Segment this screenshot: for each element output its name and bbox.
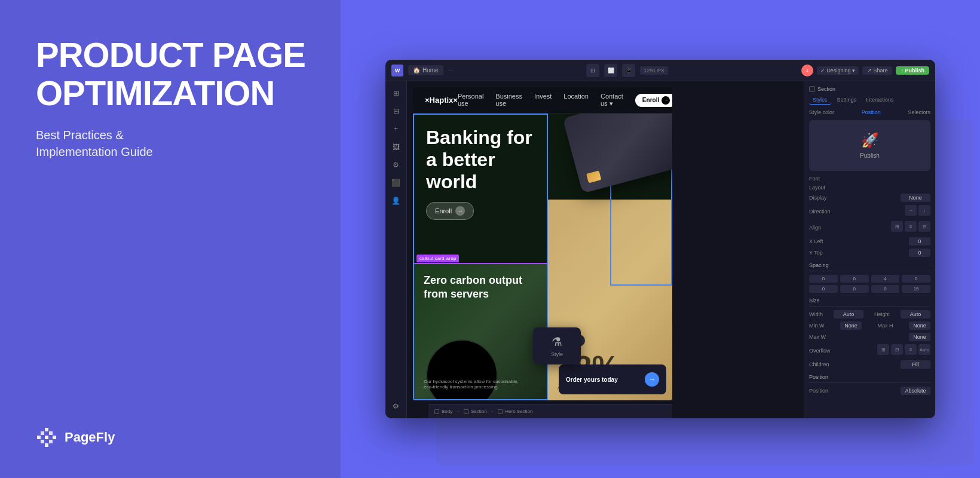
tab-interactions[interactable]: Interactions: [862, 96, 898, 105]
components-icon[interactable]: ⊟: [389, 104, 403, 118]
publish-large-icon: 🚀: [814, 132, 926, 149]
share-button[interactable]: ↗ Share: [862, 66, 893, 75]
user-icon[interactable]: 👤: [389, 194, 403, 208]
nav-invest[interactable]: Invest: [534, 93, 552, 108]
width-row: Width Height: [809, 310, 930, 318]
site-hero: hero-content-wrap Banking for a better w…: [413, 114, 672, 400]
breadcrumb-hero-section[interactable]: Hero Section: [498, 409, 532, 414]
max-h-input[interactable]: [909, 321, 930, 330]
style-popup-label: Style: [540, 351, 574, 357]
spacing-top[interactable]: 0: [809, 275, 838, 283]
nav-contact[interactable]: Contact us ▾: [601, 93, 623, 108]
overflow-icon-4[interactable]: Auto: [918, 344, 930, 355]
breadcrumb-section[interactable]: Section: [464, 409, 487, 414]
spacing-top-row: 0 0 4 0: [809, 275, 930, 283]
minmax-row: Min W Max H: [809, 321, 930, 330]
align-center-icon[interactable]: ≡: [905, 221, 917, 232]
svg-rect-6: [41, 440, 44, 443]
x-input[interactable]: [909, 237, 930, 246]
nav-personal[interactable]: Personal use: [458, 93, 483, 108]
publish-button[interactable]: ↑ Publish: [896, 66, 929, 75]
spacing-f[interactable]: 15: [902, 285, 930, 293]
spacing-right-top[interactable]: 0: [840, 275, 869, 283]
tab-styles[interactable]: Styles: [809, 96, 831, 105]
tab-settings[interactable]: Settings: [834, 96, 860, 105]
spacing-b[interactable]: 0: [902, 275, 930, 283]
editor-logo: W: [391, 65, 403, 76]
media-icon[interactable]: 🖼: [389, 140, 403, 154]
brand-footer: PageFly: [36, 427, 311, 448]
user-avatar: 1: [801, 65, 813, 76]
site-nav: ×Haptix× Personal use Business use Inves…: [413, 87, 672, 114]
direction-row: Direction → ↓: [809, 205, 930, 218]
publish-large-area[interactable]: 🚀 Publish: [809, 120, 930, 171]
website-preview: ×Haptix× Personal use Business use Inves…: [413, 87, 672, 400]
designing-button[interactable]: ✓ Designing ▾: [817, 66, 859, 75]
svg-rect-3: [53, 436, 56, 439]
overflow-icon-2[interactable]: ⊟: [891, 344, 903, 355]
nav-enroll-button[interactable]: Enroll →: [635, 94, 672, 107]
spacing-d[interactable]: 0: [840, 285, 869, 293]
order-card[interactable]: Order yours today →: [559, 364, 666, 394]
direction-icons: → ↓: [905, 205, 930, 216]
nav-business[interactable]: Business use: [495, 93, 522, 108]
editor-window[interactable]: W 🏠 Home ··· ⊡ ⬜ 📱 1291 PX 1: [385, 60, 935, 418]
brand-name: PageFly: [65, 430, 115, 445]
align-icons: ⊞ ≡ ⊟: [891, 221, 930, 232]
layers-icon[interactable]: ⊞: [389, 86, 403, 100]
x-row: X Left: [809, 237, 930, 246]
editor-canvas[interactable]: ×Haptix× Personal use Business use Inves…: [407, 81, 804, 418]
elements-icon[interactable]: +: [389, 122, 403, 136]
editor-main: ⊞ ⊟ + 🖼 ⚙ ⬛ 👤 ⚙ ×Haptix×: [385, 81, 935, 418]
svg-rect-1: [45, 443, 48, 447]
apps-icon[interactable]: ⬛: [389, 176, 403, 190]
hero-content-wrap: hero-content-wrap Banking for a better w…: [413, 114, 548, 400]
children-row: Children: [809, 360, 930, 369]
size-section: Size: [809, 295, 930, 307]
section-visible-checkbox[interactable]: [809, 86, 815, 92]
dir-row-icon[interactable]: →: [905, 205, 917, 216]
position-type-input[interactable]: [901, 387, 930, 395]
overflow-icon-1[interactable]: ⊞: [877, 344, 889, 355]
gear-icon[interactable]: ⚙: [389, 399, 403, 413]
y-input[interactable]: [909, 249, 930, 257]
topbar-icon-2[interactable]: ⬜: [604, 64, 617, 77]
nav-location[interactable]: Location: [564, 93, 589, 108]
topbar-icon-1[interactable]: ⊡: [586, 64, 599, 77]
site-nav-links: Personal use Business use Invest Locatio…: [458, 93, 623, 108]
left-panel: PRODUCT PAGE OPTIMIZATION Best Practices…: [0, 0, 341, 478]
dir-col-icon[interactable]: ↓: [918, 205, 930, 216]
order-arrow-icon: →: [645, 372, 659, 387]
display-input[interactable]: [901, 194, 930, 202]
align-left-icon[interactable]: ⊞: [891, 221, 903, 232]
spacing-a[interactable]: 4: [871, 275, 900, 283]
spacing-section: Spacing: [809, 260, 930, 271]
style-popup-icon: ⚗: [540, 335, 574, 349]
home-tab[interactable]: 🏠 Home: [408, 65, 443, 75]
bank-card: ✕: [563, 114, 672, 194]
align-right-icon[interactable]: ⊟: [918, 221, 930, 232]
px-display: 1291 PX: [640, 66, 668, 75]
section-checkbox: Section: [809, 86, 930, 92]
svg-rect-4: [41, 431, 44, 435]
pagefly-logo-icon: [36, 427, 57, 448]
card-chip: [586, 170, 601, 183]
hero-enroll-button[interactable]: Enroll →: [426, 202, 474, 220]
svg-rect-0: [45, 428, 48, 431]
editor-bottombar: Body › Section › Hero Section: [428, 404, 672, 418]
width-input[interactable]: [834, 310, 863, 318]
overflow-icon-3[interactable]: ≡: [905, 344, 917, 355]
panel-tabs: Styles Settings Interactions: [809, 96, 930, 105]
settings-icon[interactable]: ⚙: [389, 158, 403, 172]
spacing-e[interactable]: 0: [871, 285, 900, 293]
editor-sidebar-right: Section Styles Settings Interactions Sty…: [804, 81, 935, 418]
height-input[interactable]: [901, 310, 930, 318]
spacing-c[interactable]: 0: [809, 285, 838, 293]
topbar-icon-3[interactable]: 📱: [622, 64, 635, 77]
position-type-row: Position: [809, 387, 930, 395]
min-w-input[interactable]: [840, 321, 862, 330]
children-input[interactable]: [901, 360, 930, 369]
font-row: Font: [809, 176, 930, 182]
max-w-input[interactable]: [909, 333, 930, 341]
breadcrumb-body[interactable]: Body: [434, 409, 452, 414]
